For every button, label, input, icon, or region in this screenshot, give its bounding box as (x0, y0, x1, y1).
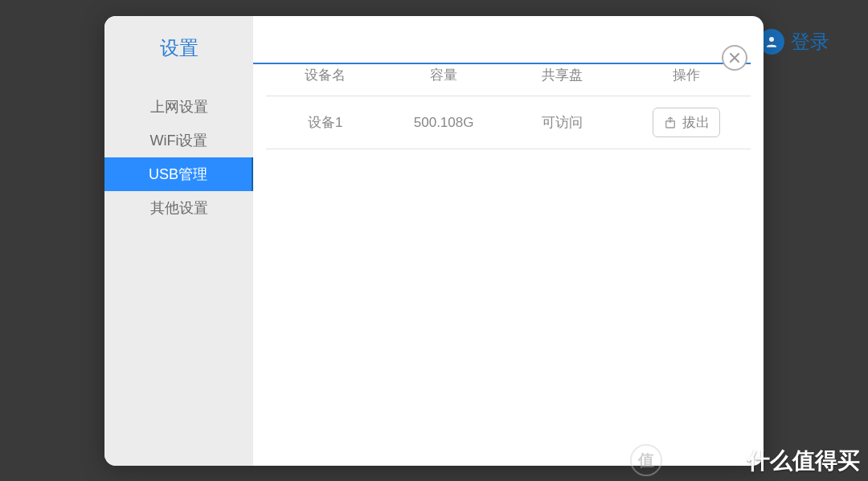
watermark-text: 什么值得买 (747, 446, 860, 476)
header-share-disk: 共享盘 (503, 66, 621, 84)
close-icon (729, 52, 740, 63)
close-button[interactable] (722, 45, 747, 71)
eject-button[interactable]: 拔出 (653, 108, 720, 137)
watermark-badge: 值 (630, 444, 662, 476)
sidebar-item-network[interactable]: 上网设置 (104, 90, 253, 124)
table-row: 设备1 500.108G 可访问 拔出 (266, 96, 751, 149)
sidebar-item-wifi[interactable]: WiFi设置 (104, 124, 253, 157)
usb-devices-table: 设备名 容量 共享盘 操作 设备1 500.108G 可访问 (253, 29, 764, 149)
settings-main-panel: 设备名 容量 共享盘 操作 设备1 500.108G 可访问 (253, 16, 764, 466)
cell-share-status: 可访问 (503, 113, 621, 132)
background-login-link[interactable]: 登录 (759, 29, 829, 55)
dialog-title: 设置 (104, 16, 253, 90)
svg-point-0 (769, 37, 774, 42)
settings-sidebar: 设置 上网设置 WiFi设置 USB管理 其他设置 (104, 16, 253, 466)
cell-device-name: 设备1 (266, 113, 384, 132)
sidebar-item-usb[interactable]: USB管理 (104, 157, 253, 191)
eject-label: 拔出 (682, 113, 710, 132)
header-capacity: 容量 (384, 66, 502, 84)
eject-icon (663, 116, 678, 130)
sidebar-item-other[interactable]: 其他设置 (104, 191, 253, 225)
panel-top-border (253, 63, 751, 64)
login-label: 登录 (791, 29, 829, 55)
settings-dialog: 设置 上网设置 WiFi设置 USB管理 其他设置 设备名 容量 共享盘 操作 (104, 16, 764, 466)
cell-capacity: 500.108G (384, 115, 502, 131)
header-device-name: 设备名 (266, 66, 384, 84)
table-header-row: 设备名 容量 共享盘 操作 (266, 66, 751, 96)
